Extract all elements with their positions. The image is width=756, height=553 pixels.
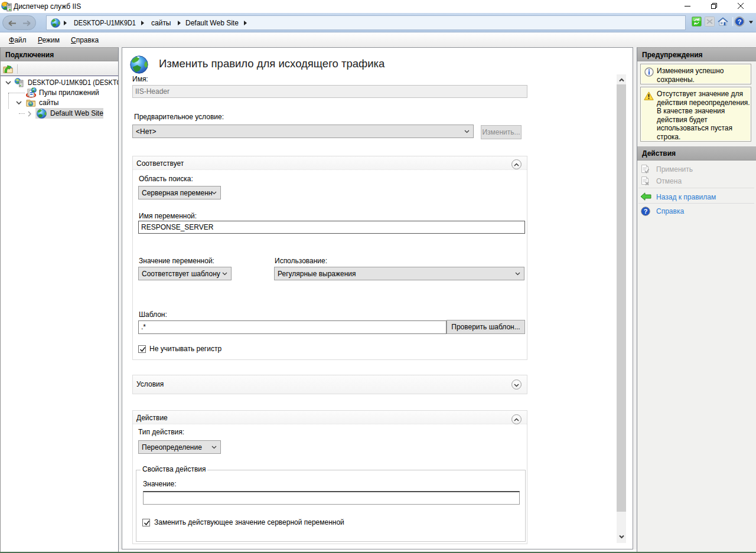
svg-text:?: ? <box>738 18 742 25</box>
svg-text:?: ? <box>644 208 648 215</box>
